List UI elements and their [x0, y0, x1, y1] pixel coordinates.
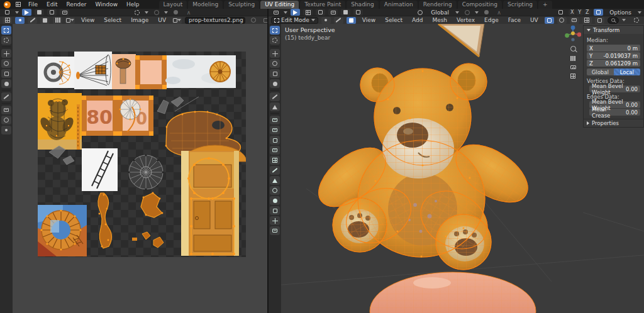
menu-edit[interactable]: Edit	[43, 0, 60, 9]
tab-animation[interactable]: Animation	[380, 1, 418, 9]
uv-select-mode-island[interactable]	[53, 17, 62, 24]
tab-texture-paint[interactable]: Texture Paint	[300, 1, 345, 9]
snap-base-icon[interactable]	[594, 9, 603, 16]
menu-render[interactable]: Render	[64, 0, 90, 9]
properties-panel-header[interactable]: Properties	[584, 119, 643, 127]
browse-image-icon[interactable]	[172, 17, 182, 24]
mirror-y-toggle[interactable]: Y	[576, 9, 583, 16]
mode-dropdown[interactable]: Edit Mode	[271, 17, 318, 24]
tool-transform[interactable]	[1, 79, 11, 88]
uv-canvas[interactable]: 80 0	[38, 52, 246, 257]
proportional-falloff-icon[interactable]: ∧	[184, 9, 193, 16]
tool-relax[interactable]	[1, 116, 11, 124]
mesh-overlay-icon-3[interactable]	[582, 17, 592, 24]
workspace-icon[interactable]	[13, 1, 23, 8]
tool-annotate[interactable]	[270, 92, 280, 101]
orientation-label[interactable]: Global	[428, 9, 452, 16]
uv-select-mode-face[interactable]	[40, 17, 50, 24]
tool-scale[interactable]	[1, 69, 11, 78]
tool-loop-cut[interactable]	[270, 156, 280, 165]
tool-inset-faces[interactable]	[270, 136, 280, 145]
tool-shear[interactable]	[270, 226, 280, 235]
vp-menu-vertex[interactable]: Vertex	[453, 16, 478, 24]
vp-menu-view[interactable]: View	[359, 16, 379, 24]
vp-snap-icon-3[interactable]	[328, 9, 338, 16]
uv-menu-view[interactable]: View	[78, 16, 97, 24]
navigation-gizmo[interactable]	[565, 25, 581, 41]
tab-compositing[interactable]: Compositing	[458, 1, 502, 9]
select-mode-vertex[interactable]	[321, 17, 331, 24]
blender-logo-icon[interactable]	[4, 1, 11, 8]
header-collapse-chevron[interactable]	[622, 19, 626, 21]
tool-bevel[interactable]	[270, 146, 280, 155]
tool-select-box[interactable]	[1, 26, 11, 35]
vp-snap-icon-2[interactable]	[316, 9, 325, 16]
tool-poly-build[interactable]	[270, 176, 280, 185]
uv-select-mode-edge[interactable]	[28, 17, 37, 24]
tool-grab[interactable]	[1, 106, 11, 114]
image-name-field[interactable]: prop-textures2.png	[185, 17, 245, 24]
tool-pinch[interactable]	[1, 126, 11, 135]
vp-snap-icon-4[interactable]	[341, 9, 350, 16]
uv-editor-type-icon[interactable]	[3, 9, 12, 16]
tool-select-box[interactable]	[270, 26, 280, 35]
pan-hand-icon[interactable]	[570, 56, 575, 61]
global-button[interactable]: Global	[587, 69, 614, 75]
transform-panel-header[interactable]: Transform	[584, 26, 643, 34]
tab-scripting[interactable]: Scripting	[503, 1, 537, 9]
proportional-falloff-icon[interactable]: ∧	[494, 9, 504, 16]
vp-menu-add[interactable]: Add	[409, 16, 426, 24]
tab-shading[interactable]: Shading	[347, 1, 379, 9]
vp-menu-face[interactable]: Face	[505, 16, 524, 24]
tool-cursor[interactable]	[1, 36, 11, 45]
uv-sticky-select-dropdown[interactable]	[65, 17, 75, 24]
select-mode-edge[interactable]	[334, 17, 343, 24]
tool-knife[interactable]	[270, 166, 280, 175]
median-z-row[interactable]: Z 0.061209 m	[587, 60, 640, 67]
options-dropdown[interactable]: Options	[606, 9, 635, 16]
mirror-x-toggle[interactable]: X	[569, 9, 575, 16]
uv-menu-image[interactable]: Image	[128, 16, 152, 24]
zoom-icon[interactable]	[570, 46, 576, 52]
active-tool-select-box-icon[interactable]	[22, 9, 31, 16]
add-workspace-button[interactable]: +	[538, 1, 552, 9]
fake-user-icon[interactable]	[248, 17, 258, 24]
tab-modeling[interactable]: Modeling	[188, 1, 223, 9]
vp-active-tool-icon[interactable]	[291, 9, 300, 16]
menu-help[interactable]: Help	[123, 0, 143, 9]
proportional-editing-icon[interactable]	[482, 9, 491, 16]
tool-move[interactable]	[1, 49, 11, 58]
tab-uv-editing[interactable]: UV Editing	[260, 1, 299, 9]
tool-edge-slide[interactable]	[270, 206, 280, 215]
mirror-z-toggle[interactable]: Z	[584, 9, 591, 16]
search-field[interactable]	[608, 17, 619, 24]
select-mode-face[interactable]	[347, 17, 356, 24]
uv-menu-uv[interactable]: UV	[155, 16, 169, 24]
vp-menu-edge[interactable]: Edge	[481, 16, 502, 24]
pivot-point-icon[interactable]	[132, 9, 142, 16]
tab-rendering[interactable]: Rendering	[419, 1, 457, 9]
tool-measure[interactable]	[270, 102, 280, 111]
vp-menu-uv[interactable]: UV	[527, 16, 541, 24]
tab-sculpting[interactable]: Sculpting	[224, 1, 259, 9]
local-button[interactable]: Local	[614, 69, 641, 75]
tool-scale[interactable]	[270, 69, 280, 78]
mesh-overlay-icon-1[interactable]	[557, 17, 567, 24]
vp-menu-select[interactable]: Select	[382, 16, 406, 24]
tool-rotate[interactable]	[270, 59, 280, 68]
tool-smooth[interactable]	[270, 196, 280, 205]
menu-file[interactable]: File	[25, 0, 41, 9]
snap-option-icon-1[interactable]	[35, 9, 44, 16]
new-image-icon[interactable]	[261, 17, 267, 24]
vp-editor-type-icon[interactable]	[271, 9, 280, 16]
tool-transform[interactable]	[270, 79, 280, 88]
snap-option-icon-2[interactable]	[47, 9, 57, 16]
snap-magnet-icon[interactable]	[462, 9, 472, 16]
mesh-overlay-icon-2[interactable]	[570, 17, 579, 24]
tool-add-cube[interactable]	[270, 116, 280, 124]
menu-window[interactable]: Window	[92, 0, 121, 9]
tab-layout[interactable]: Layout	[159, 1, 187, 9]
gizmos-dropdown-icon[interactable]	[632, 17, 641, 24]
vp-snap-icon-1[interactable]	[303, 9, 313, 16]
xray-toggle-icon[interactable]	[545, 17, 554, 24]
